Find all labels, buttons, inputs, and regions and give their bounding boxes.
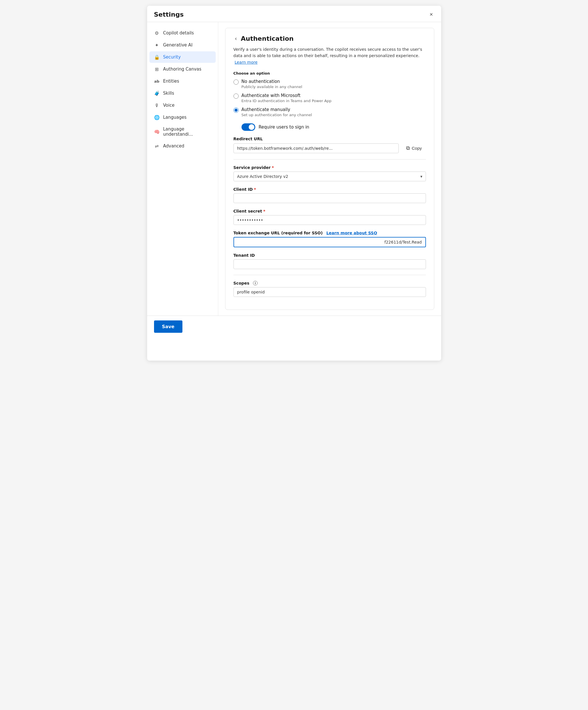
sidebar-item-authoring-canvas[interactable]: ⊞ Authoring Canvas [149,64,216,75]
sidebar-item-language-understanding[interactable]: 🧠 Language understandi... [149,124,216,140]
service-provider-required: * [272,165,274,170]
sparkle-icon: ✦ [154,42,160,48]
sidebar-item-voice[interactable]: 🎙 Voice [149,99,216,111]
token-exchange-label: Token exchange URL (required for SSO) Le… [234,231,426,235]
radio-group: No authentication Publicly available in … [234,79,426,117]
learn-more-link[interactable]: Learn more [235,60,258,65]
redirect-url-input[interactable] [234,143,399,153]
tenant-id-label: Tenant ID [234,253,426,258]
sidebar-item-security[interactable]: 🔒 Security [149,51,216,63]
sidebar-label-generative-ai: Generative AI [163,43,193,48]
toggle-row: Require users to sign in [241,123,426,131]
sidebar-label-skills: Skills [163,91,174,96]
client-secret-input[interactable] [234,215,426,225]
choose-option-label: Choose an option [234,71,426,75]
scopes-info-icon: i [253,281,258,285]
copy-button[interactable]: ⧉ Copy [402,143,426,153]
service-provider-select-wrapper: Azure Active Directory v2 Azure Active D… [234,171,426,181]
sidebar-label-languages: Languages [163,115,187,120]
sidebar-item-entities[interactable]: ab Entities [149,75,216,87]
mic-icon: 🎙 [154,102,160,108]
radio-no-auth[interactable]: No authentication Publicly available in … [234,79,426,89]
globe-icon: 🌐 [154,115,160,120]
radio-manual-auth-labels: Authenticate manually Set up authenticat… [241,107,312,117]
sidebar-label-language-understanding: Language understandi... [163,126,211,137]
divider-2 [234,275,426,275]
auth-header: ‹ Authentication [234,35,426,42]
radio-microsoft-auth-sublabel: Entra ID authentication in Teams and Pow… [241,99,332,103]
client-secret-section: Client secret * [234,209,426,225]
redirect-url-label: Redirect URL [234,137,426,141]
brain-icon: 🧠 [154,129,160,135]
settings-window: Settings × ⚙ Copilot details ✦ Generativ… [147,6,441,361]
client-id-section: Client ID * [234,187,426,203]
service-provider-label: Service provider * [234,165,426,170]
sidebar-label-authoring-canvas: Authoring Canvas [163,67,202,72]
radio-no-auth-label: No authentication [241,79,302,84]
client-id-required: * [254,187,256,192]
token-exchange-input-wrapper [234,237,426,247]
learn-more-sso-link[interactable]: Learn more about SSO [326,231,377,235]
sidebar-item-copilot-details[interactable]: ⚙ Copilot details [149,27,216,39]
close-button[interactable]: × [428,10,434,18]
grid-icon: ⊞ [154,66,160,72]
radio-manual-auth[interactable]: Authenticate manually Set up authenticat… [234,107,426,117]
radio-manual-auth-label: Authenticate manually [241,107,312,112]
client-id-label: Client ID * [234,187,426,192]
radio-no-auth-input[interactable] [234,79,239,85]
main-layout: ⚙ Copilot details ✦ Generative AI 🔒 Secu… [147,22,441,315]
sidebar-label-security: Security [163,54,181,60]
radio-microsoft-auth-input[interactable] [234,94,239,99]
radio-manual-auth-input[interactable] [234,108,239,113]
sidebar-item-languages[interactable]: 🌐 Languages [149,112,216,123]
scopes-label: Scopes i [234,281,426,285]
toggle-thumb [249,124,254,130]
service-provider-section: Service provider * Azure Active Director… [234,165,426,181]
lock-icon: 🔒 [154,54,160,60]
window-header: Settings × [147,6,441,22]
client-secret-required: * [263,209,265,213]
sidebar-item-generative-ai[interactable]: ✦ Generative AI [149,39,216,51]
redirect-url-row: ⧉ Copy [234,143,426,153]
radio-no-auth-sublabel: Publicly available in any channel [241,85,302,89]
window-title: Settings [154,11,184,18]
service-provider-select[interactable]: Azure Active Directory v2 Azure Active D… [234,171,426,181]
auth-description: Verify a user's identity during a conver… [234,46,426,65]
radio-manual-auth-sublabel: Set up authentication for any channel [241,113,312,117]
footer: Save [147,315,441,337]
divider-1 [234,159,426,160]
sidebar-label-voice: Voice [163,103,175,108]
copy-label: Copy [411,146,422,150]
client-id-input[interactable] [234,193,426,203]
client-secret-label: Client secret * [234,209,426,213]
toggle-track [241,123,255,131]
back-button[interactable]: ‹ [234,35,239,42]
sidebar-item-advanced[interactable]: ⇌ Advanced [149,140,216,152]
token-exchange-input[interactable] [234,237,426,247]
tenant-id-section: Tenant ID [234,253,426,269]
entities-icon: ab [154,78,160,84]
main-content: ‹ Authentication Verify a user's identit… [218,22,441,315]
sliders-icon: ⇌ [154,143,160,149]
sidebar-label-advanced: Advanced [163,143,184,149]
redirect-url-section: Redirect URL ⧉ Copy [234,137,426,153]
sidebar-label-copilot-details: Copilot details [163,30,194,36]
radio-no-auth-labels: No authentication Publicly available in … [241,79,302,89]
sidebar-label-entities: Entities [163,78,179,84]
auth-title: Authentication [241,35,294,42]
token-exchange-section: Token exchange URL (required for SSO) Le… [234,231,426,247]
sidebar: ⚙ Copilot details ✦ Generative AI 🔒 Secu… [147,22,218,315]
radio-microsoft-auth-label: Authenticate with Microsoft [241,93,332,98]
sidebar-item-skills[interactable]: 🧳 Skills [149,88,216,99]
briefcase-icon: 🧳 [154,90,160,96]
gear-icon: ⚙ [154,30,160,36]
require-signin-toggle[interactable] [241,123,255,131]
radio-microsoft-auth[interactable]: Authenticate with Microsoft Entra ID aut… [234,93,426,103]
tenant-id-input[interactable] [234,259,426,269]
scopes-input[interactable] [234,287,426,297]
toggle-label: Require users to sign in [259,124,309,130]
save-button[interactable]: Save [154,321,183,333]
radio-microsoft-auth-labels: Authenticate with Microsoft Entra ID aut… [241,93,332,103]
scopes-section: Scopes i [234,281,426,297]
auth-panel: ‹ Authentication Verify a user's identit… [225,28,434,310]
